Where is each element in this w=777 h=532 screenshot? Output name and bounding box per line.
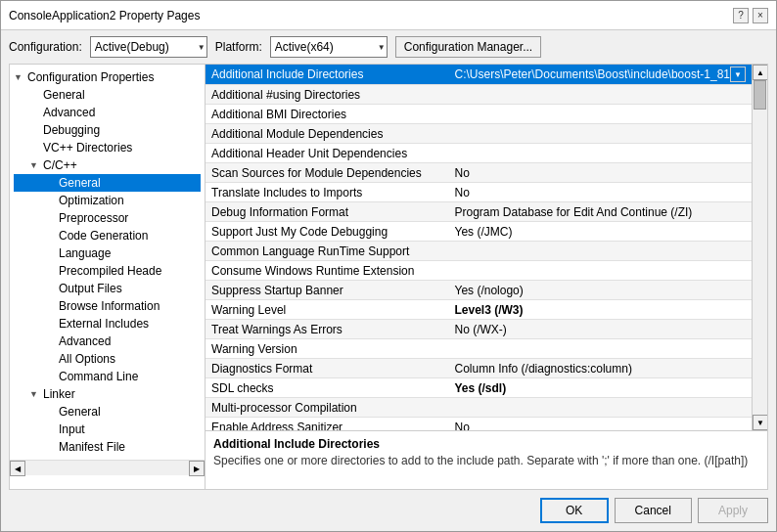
- right-scrollbar[interactable]: ▲ ▼: [752, 65, 767, 430]
- table-row[interactable]: Additional #using Directories: [206, 85, 752, 105]
- titlebar: ConsoleApplication2 Property Pages ? ×: [1, 1, 776, 30]
- prop-name-cell: Translate Includes to Imports: [206, 183, 449, 202]
- scroll-right-arrow[interactable]: ▶: [189, 461, 205, 476]
- prop-value-cell[interactable]: Yes (/JMC): [449, 222, 752, 242]
- tree-item-cpp-preprocessor[interactable]: Preprocessor: [14, 209, 201, 227]
- table-row[interactable]: Scan Sources for Module DependenciesNo: [206, 163, 752, 183]
- prop-value-cell[interactable]: No: [449, 183, 752, 202]
- config-dropdown[interactable]: Active(Debug): [90, 36, 207, 58]
- config-manager-button[interactable]: Configuration Manager...: [395, 36, 541, 58]
- prop-value-cell[interactable]: Program Database for Edit And Continue (…: [449, 202, 752, 222]
- table-row[interactable]: Support Just My Code DebuggingYes (/JMC): [206, 222, 752, 242]
- tree-item-linker-general[interactable]: General: [14, 403, 201, 421]
- tree-label-general: General: [43, 88, 85, 102]
- help-button[interactable]: ?: [733, 8, 749, 23]
- tree-item-cpp-all-opts[interactable]: All Options: [14, 350, 201, 368]
- tree-label-cpp-code-gen: Code Generation: [59, 229, 148, 243]
- config-dropdown-wrapper: Active(Debug) ▼: [90, 36, 207, 58]
- tree-item-linker-input[interactable]: Input: [14, 421, 201, 438]
- table-row[interactable]: Debug Information FormatProgram Database…: [206, 202, 752, 222]
- tree-item-debugging[interactable]: Debugging: [14, 121, 201, 139]
- main-content: ▼Configuration PropertiesGeneralAdvanced…: [9, 64, 768, 490]
- table-row[interactable]: Additional Header Unit Dependencies: [206, 144, 752, 163]
- tree-item-cpp-general[interactable]: General: [14, 174, 201, 192]
- prop-value-cell[interactable]: No: [449, 163, 752, 183]
- tree-item-cpp-optimization[interactable]: Optimization: [14, 192, 201, 209]
- prop-value-cell[interactable]: [449, 242, 752, 261]
- tree-item-linker[interactable]: ▼Linker: [14, 385, 201, 403]
- apply-button[interactable]: Apply: [698, 498, 768, 523]
- tree-item-cpp-browse[interactable]: Browse Information: [14, 297, 201, 315]
- table-row[interactable]: Additional Module Dependencies: [206, 124, 752, 144]
- table-row[interactable]: Additional Include DirectoriesC:\Users\P…: [206, 65, 752, 85]
- properties-table[interactable]: Additional Include DirectoriesC:\Users\P…: [206, 65, 752, 430]
- tree-label-cpp-advanced: Advanced: [59, 334, 111, 348]
- tree-label-cpp-optimization: Optimization: [59, 194, 124, 207]
- prop-value-cell[interactable]: [449, 105, 752, 124]
- prop-value-cell[interactable]: Column Info (/diagnostics:column): [449, 359, 752, 378]
- tree-expand-cpp: ▼: [29, 160, 43, 170]
- prop-value-cell[interactable]: No: [449, 418, 752, 431]
- scrollbar-thumb[interactable]: [754, 80, 766, 110]
- table-row[interactable]: Treat Warnings As ErrorsNo (/WX-): [206, 320, 752, 339]
- tree-item-config-properties[interactable]: ▼Configuration Properties: [14, 68, 201, 86]
- tree-item-cpp-code-gen[interactable]: Code Generation: [14, 227, 201, 244]
- tree-item-cpp[interactable]: ▼C/C++: [14, 156, 201, 174]
- cancel-button[interactable]: Cancel: [615, 498, 692, 523]
- prop-name-cell: Warning Version: [206, 339, 449, 359]
- prop-name-cell: SDL checks: [206, 378, 449, 398]
- table-row[interactable]: Suppress Startup BannerYes (/nologo): [206, 281, 752, 300]
- tree-label-cpp-command: Command Line: [59, 370, 138, 383]
- table-row[interactable]: Warning LevelLevel3 (/W3): [206, 300, 752, 320]
- close-button[interactable]: ×: [753, 8, 768, 23]
- tree-label-cpp: C/C++: [43, 158, 77, 172]
- horizontal-scrollbar[interactable]: ◀ ▶: [10, 460, 205, 475]
- table-row[interactable]: Multi-processor Compilation: [206, 398, 752, 418]
- tree-item-linker-manifest[interactable]: Manifest File: [14, 438, 201, 456]
- ok-button[interactable]: OK: [540, 498, 609, 523]
- table-row[interactable]: Warning Version: [206, 339, 752, 359]
- tree-item-cpp-output[interactable]: Output Files: [14, 280, 201, 297]
- prop-value-cell[interactable]: [449, 124, 752, 144]
- tree-label-cpp-precompiled: Precompiled Heade: [59, 264, 161, 278]
- tree-item-advanced[interactable]: Advanced: [14, 104, 201, 121]
- prop-value-cell[interactable]: [449, 339, 752, 359]
- table-row[interactable]: Enable Address SanitizerNo: [206, 418, 752, 431]
- prop-value-cell[interactable]: Level3 (/W3): [449, 300, 752, 320]
- prop-value-cell[interactable]: [449, 398, 752, 418]
- table-row[interactable]: Diagnostics FormatColumn Info (/diagnost…: [206, 359, 752, 378]
- prop-value-cell[interactable]: C:\Users\Peter\Documents\Boost\include\b…: [449, 65, 752, 85]
- prop-value-cell[interactable]: Yes (/nologo): [449, 281, 752, 300]
- table-row[interactable]: Common Language RunTime Support: [206, 242, 752, 261]
- tree-item-cpp-language[interactable]: Language: [14, 244, 201, 262]
- table-row[interactable]: Consume Windows Runtime Extension: [206, 261, 752, 281]
- tree-label-linker-input: Input: [59, 422, 85, 436]
- prop-value-cell[interactable]: [449, 261, 752, 281]
- left-panel: ▼Configuration PropertiesGeneralAdvanced…: [10, 65, 206, 489]
- tree-item-cpp-advanced[interactable]: Advanced: [14, 332, 201, 350]
- table-row[interactable]: Translate Includes to ImportsNo: [206, 183, 752, 202]
- tree-item-cpp-external[interactable]: External Includes: [14, 315, 201, 332]
- tree-item-cpp-command[interactable]: Command Line: [14, 368, 201, 385]
- config-row: Configuration: Active(Debug) ▼ Platform:…: [1, 30, 776, 64]
- tree-label-cpp-preprocessor: Preprocessor: [59, 211, 128, 225]
- prop-value-cell[interactable]: [449, 85, 752, 105]
- prop-value-cell[interactable]: No (/WX-): [449, 320, 752, 339]
- tree-item-cpp-precompiled[interactable]: Precompiled Heade: [14, 262, 201, 280]
- tree-label-linker-manifest: Manifest File: [59, 440, 125, 454]
- scrollbar-track[interactable]: [753, 80, 767, 415]
- scroll-left-arrow[interactable]: ◀: [10, 461, 25, 476]
- platform-dropdown[interactable]: Active(x64): [270, 36, 388, 58]
- prop-dropdown-button[interactable]: ▼: [730, 66, 746, 82]
- tree-item-general[interactable]: General: [14, 86, 201, 104]
- table-row[interactable]: SDL checksYes (/sdl): [206, 378, 752, 398]
- prop-value-cell[interactable]: [449, 144, 752, 163]
- scroll-down-arrow[interactable]: ▼: [753, 415, 767, 430]
- table-row[interactable]: Additional BMI Directories: [206, 105, 752, 124]
- prop-value-cell[interactable]: Yes (/sdl): [449, 378, 752, 398]
- right-panel: Additional Include DirectoriesC:\Users\P…: [206, 65, 767, 489]
- tree-label-linker: Linker: [43, 387, 75, 401]
- tree-item-vc-dirs[interactable]: VC++ Directories: [14, 139, 201, 156]
- tree-label-cpp-browse: Browse Information: [59, 299, 160, 313]
- scroll-up-arrow[interactable]: ▲: [753, 65, 767, 80]
